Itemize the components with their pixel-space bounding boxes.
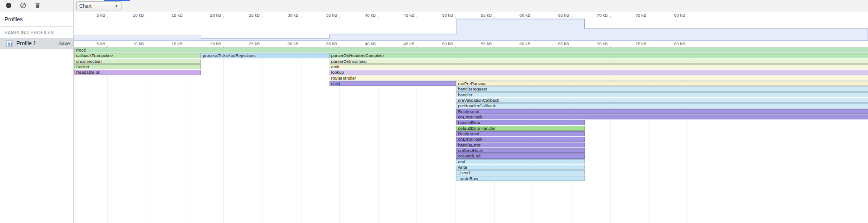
gridline <box>262 47 262 223</box>
ruler-tick-label: 20 kB <box>210 41 223 46</box>
chevron-down-icon: ▼ <box>115 4 118 8</box>
flame-frame[interactable]: _writeRaw <box>456 176 584 181</box>
save-profile-link[interactable]: Save <box>58 41 70 46</box>
ruler-tick-label: 35 kB <box>326 13 339 18</box>
flame-frame[interactable]: preValidationCallback <box>456 98 868 103</box>
view-mode-select[interactable]: Chart ▼ <box>76 1 121 10</box>
ruler-tick-label: 15 kB <box>171 41 184 46</box>
flame-frame[interactable]: runPreParsing <box>456 81 868 86</box>
flame-frame[interactable]: child <box>330 81 456 86</box>
record-allocation-button[interactable] <box>4 1 13 10</box>
ruler-tick-label: 30 kB <box>287 13 301 18</box>
flame-frame[interactable]: handler <box>456 92 868 97</box>
flame-frame[interactable]: write_ <box>456 165 584 170</box>
flame-frame[interactable]: onErrorHook <box>456 114 868 119</box>
delete-profile-button[interactable] <box>33 1 42 10</box>
flame-frame[interactable]: onconnection <box>74 59 201 64</box>
flame-frame[interactable]: _send <box>456 170 584 175</box>
memory-ruler-bottom: 5 kB10 kB15 kB20 kB25 kB30 kB35 kB40 kB4… <box>74 41 868 47</box>
flame-frame[interactable]: defaultErrorHandler <box>456 126 584 131</box>
clear-profiles-button[interactable] <box>19 1 28 10</box>
flame-frame[interactable]: parserOnIncoming <box>330 59 868 64</box>
profile-item-1[interactable]: Profile 1 Save <box>0 38 73 49</box>
ruler-tick-label: 50 kB <box>442 41 455 46</box>
ruler-tick-label: 5 kB <box>97 41 107 46</box>
allocation-overview[interactable] <box>74 18 868 41</box>
ruler-tick-label: 15 kB <box>171 13 184 18</box>
ruler-tick-label: 5 kB <box>97 13 107 18</box>
ruler-tick-label: 45 kB <box>403 41 417 46</box>
profile-icon <box>6 40 13 47</box>
ruler-tick-label: 40 kB <box>365 41 378 46</box>
gridline <box>301 47 301 223</box>
flame-frame[interactable]: preHandlerCallback <box>456 103 868 108</box>
ruler-tick-label: 40 kB <box>365 13 378 18</box>
flame-frame[interactable]: handleRequest <box>456 86 868 91</box>
flame-frame[interactable]: routeHandler <box>330 76 868 81</box>
flame-frame[interactable]: onSendEnd <box>456 153 584 158</box>
circle-slash-icon <box>20 2 26 10</box>
sampling-profiles-section-label: SAMPLING PROFILES <box>0 27 73 38</box>
ruler-tick-label: 65 kB <box>558 13 571 18</box>
flame-frame[interactable]: Reply.send <box>456 109 868 114</box>
flame-frame[interactable]: Socket <box>74 64 201 69</box>
flame-frame[interactable]: end <box>456 159 584 164</box>
ruler-tick-label: 75 kB <box>635 13 649 18</box>
flame-frame[interactable]: lookup <box>330 70 868 75</box>
flame-frame[interactable]: handleError <box>456 120 584 125</box>
ruler-tick-label: 65 kB <box>558 41 571 46</box>
ruler-tick-label: 80 kB <box>674 41 687 46</box>
ruler-tick-label: 55 kB <box>481 41 494 46</box>
flame-frame[interactable]: Reply.send <box>456 131 584 136</box>
devtools-memory-panel: Chart ▼ Profiles SAMPLING PROFILES Profi… <box>0 0 868 223</box>
flame-chart-panel: 5 kB10 kB15 kB20 kB25 kB30 kB35 kB40 kB4… <box>74 12 868 223</box>
flame-frame[interactable]: emit <box>330 64 868 69</box>
ruler-tick-label: 35 kB <box>326 41 339 46</box>
record-icon <box>5 2 12 10</box>
flame-frame[interactable]: onSendHook <box>456 148 584 153</box>
ruler-tick-label: 60 kB <box>519 13 533 18</box>
trash-icon <box>34 2 41 10</box>
flame-frame[interactable]: onErrorHook <box>456 137 584 142</box>
ruler-tick-label: 25 kB <box>249 13 262 18</box>
ruler-tick-label: 50 kB <box>442 13 455 18</box>
flame-frame[interactable]: handleError <box>456 142 584 147</box>
ruler-tick-label: 30 kB <box>287 41 301 46</box>
ruler-tick-label: 70 kB <box>597 41 610 46</box>
ruler-tick-label: 70 kB <box>597 13 610 18</box>
flame-frame[interactable]: processTicksAndRejections <box>201 53 329 58</box>
active-tab-indicator <box>104 0 130 1</box>
ruler-tick-label: 10 kB <box>133 41 146 46</box>
flame-frame[interactable]: callbackTrampoline <box>74 53 201 58</box>
ruler-tick-label: 55 kB <box>481 13 494 18</box>
ruler-tick-label: 45 kB <box>403 13 417 18</box>
view-mode-value: Chart <box>79 3 92 9</box>
flame-frame[interactable]: (root) <box>74 47 868 52</box>
ruler-tick-label: 75 kB <box>635 41 649 46</box>
ruler-tick-label: 25 kB <box>249 41 262 46</box>
ruler-tick-label: 60 kB <box>519 41 533 46</box>
profiles-sidebar: Profiles SAMPLING PROFILES Profile 1 Sav… <box>0 12 74 223</box>
toolbar-profile-controls <box>0 0 74 12</box>
flame-frame[interactable]: Readable.on <box>74 70 201 75</box>
toolbar: Chart ▼ <box>0 0 868 12</box>
gridline <box>223 47 224 223</box>
memory-ruler-top: 5 kB10 kB15 kB20 kB25 kB30 kB35 kB40 kB4… <box>74 12 868 18</box>
sidebar-title: Profiles <box>0 12 73 26</box>
profile-name: Profile 1 <box>16 40 36 47</box>
flame-frame[interactable]: parserOnHeadersComplete <box>330 53 868 58</box>
ruler-tick-label: 10 kB <box>133 13 146 18</box>
ruler-tick-label: 20 kB <box>210 13 223 18</box>
ruler-tick-label: 80 kB <box>674 13 687 18</box>
flame-chart[interactable]: (root)callbackTrampolineprocessTicksAndR… <box>74 47 868 223</box>
